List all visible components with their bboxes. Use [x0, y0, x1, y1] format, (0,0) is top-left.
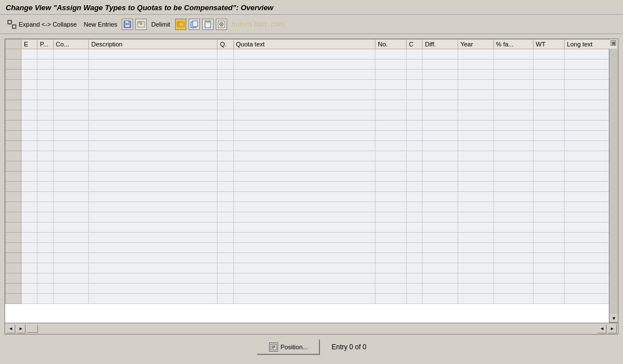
table-cell[interactable]	[89, 253, 217, 263]
table-cell[interactable]	[233, 59, 375, 70]
table-cell[interactable]	[22, 141, 37, 151]
table-cell[interactable]	[493, 202, 534, 212]
table-row[interactable]	[6, 253, 618, 263]
row-selector[interactable]	[6, 90, 22, 100]
table-cell[interactable]	[22, 243, 37, 253]
table-cell[interactable]	[217, 80, 233, 90]
table-cell[interactable]	[37, 202, 53, 212]
table-cell[interactable]	[493, 121, 534, 131]
table-row[interactable]	[6, 212, 618, 222]
row-selector[interactable]	[6, 151, 22, 161]
table-cell[interactable]	[233, 212, 375, 222]
table-cell[interactable]	[233, 202, 375, 212]
table-cell[interactable]	[493, 172, 534, 182]
table-cell[interactable]	[53, 131, 89, 141]
row-selector[interactable]	[6, 110, 22, 121]
table-cell[interactable]	[423, 263, 458, 273]
table-cell[interactable]	[53, 202, 89, 212]
table-cell[interactable]	[375, 182, 407, 192]
table-row[interactable]	[6, 90, 618, 100]
table-cell[interactable]	[53, 222, 89, 233]
table-cell[interactable]	[233, 110, 375, 121]
table-cell[interactable]	[493, 110, 534, 121]
row-selector[interactable]	[6, 253, 22, 263]
row-selector[interactable]	[6, 202, 22, 212]
table-cell[interactable]	[22, 202, 37, 212]
table-cell[interactable]	[493, 70, 534, 80]
table-cell[interactable]	[37, 192, 53, 202]
table-cell[interactable]	[534, 192, 565, 202]
table-cell[interactable]	[458, 90, 493, 100]
table-cell[interactable]	[375, 59, 407, 70]
table-cell[interactable]	[53, 151, 89, 161]
table-cell[interactable]	[375, 49, 407, 59]
table-cell[interactable]	[37, 273, 53, 284]
table-cell[interactable]	[534, 243, 565, 253]
table-cell[interactable]	[493, 59, 534, 70]
delimit-icon[interactable]	[175, 19, 186, 30]
table-cell[interactable]	[37, 131, 53, 141]
table-cell[interactable]	[407, 151, 423, 161]
table-cell[interactable]	[22, 253, 37, 263]
table-cell[interactable]	[534, 59, 565, 70]
table-cell[interactable]	[53, 100, 89, 110]
table-row[interactable]	[6, 161, 618, 172]
table-cell[interactable]	[233, 70, 375, 80]
table-cell[interactable]	[217, 121, 233, 131]
table-cell[interactable]	[458, 110, 493, 121]
table-cell[interactable]	[534, 100, 565, 110]
table-cell[interactable]	[458, 131, 493, 141]
table-cell[interactable]	[233, 90, 375, 100]
table-cell[interactable]	[423, 110, 458, 121]
table-cell[interactable]	[89, 59, 217, 70]
table-cell[interactable]	[233, 172, 375, 182]
paste-icon[interactable]	[202, 19, 214, 30]
table-cell[interactable]	[423, 202, 458, 212]
table-cell[interactable]	[458, 151, 493, 161]
table-cell[interactable]	[53, 49, 89, 59]
table-cell[interactable]	[89, 284, 217, 294]
table-cell[interactable]	[217, 212, 233, 222]
table-cell[interactable]	[22, 263, 37, 273]
table-row[interactable]	[6, 192, 618, 202]
scroll-left-button[interactable]: ◄	[6, 324, 15, 333]
table-cell[interactable]	[22, 273, 37, 284]
table-cell[interactable]	[37, 49, 53, 59]
table-cell[interactable]	[22, 222, 37, 233]
table-cell[interactable]	[375, 161, 407, 172]
table-cell[interactable]	[37, 151, 53, 161]
row-selector[interactable]	[6, 141, 22, 151]
table-cell[interactable]	[407, 110, 423, 121]
table-row[interactable]	[6, 141, 618, 151]
table-cell[interactable]	[22, 121, 37, 131]
table-cell[interactable]	[217, 161, 233, 172]
table-cell[interactable]	[233, 141, 375, 151]
table-cell[interactable]	[423, 131, 458, 141]
table-cell[interactable]	[233, 294, 375, 304]
table-cell[interactable]	[375, 121, 407, 131]
row-selector[interactable]	[6, 284, 22, 294]
table-cell[interactable]	[89, 273, 217, 284]
table-cell[interactable]	[22, 172, 37, 182]
table-cell[interactable]	[458, 80, 493, 90]
table-cell[interactable]	[493, 161, 534, 172]
table-cell[interactable]	[423, 161, 458, 172]
table-cell[interactable]	[233, 233, 375, 243]
table-cell[interactable]	[37, 80, 53, 90]
table-cell[interactable]	[89, 233, 217, 243]
table-cell[interactable]	[89, 172, 217, 182]
table-cell[interactable]	[423, 284, 458, 294]
table-cell[interactable]	[37, 141, 53, 151]
row-selector[interactable]	[6, 243, 22, 253]
table-row[interactable]	[6, 49, 618, 59]
table-cell[interactable]	[89, 222, 217, 233]
table-cell[interactable]	[407, 100, 423, 110]
table-cell[interactable]	[53, 80, 89, 90]
table-cell[interactable]	[37, 182, 53, 192]
table-cell[interactable]	[534, 253, 565, 263]
table-row[interactable]	[6, 70, 618, 80]
table-cell[interactable]	[407, 294, 423, 304]
scroll-down-button[interactable]: ▼	[609, 314, 618, 323]
expand-collapse-button[interactable]: Expand <-> Collapse	[5, 18, 79, 31]
table-cell[interactable]	[53, 161, 89, 172]
